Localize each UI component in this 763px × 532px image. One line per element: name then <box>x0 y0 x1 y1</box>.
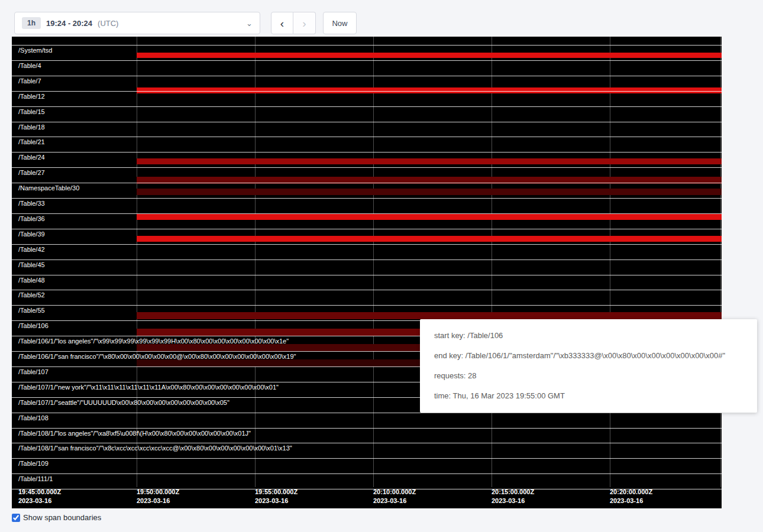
span-label[interactable]: /Table/15 <box>18 108 45 116</box>
time-range-dropdown[interactable]: 1h 19:24 - 20:24 (UTC) ⌄ <box>14 12 260 34</box>
span-boundary <box>12 106 722 107</box>
time-axis-label: 20:10:00.000Z2023-03-16 <box>373 488 416 505</box>
span-boundary <box>12 290 722 290</box>
span-label[interactable]: /Table/24 <box>18 154 45 161</box>
span-label[interactable]: /Table/52 <box>18 291 45 299</box>
span-boundary <box>12 137 722 137</box>
span-label[interactable]: /Table/39 <box>18 231 45 238</box>
span-boundary <box>12 213 722 214</box>
span-label[interactable]: /Table/106/1/"los angeles"/"\x99\x99\x99… <box>18 338 289 345</box>
time-axis-label: 19:45:00.000Z2023-03-16 <box>18 488 61 505</box>
next-range-button[interactable]: › <box>293 12 316 34</box>
time-gridline <box>137 37 137 487</box>
span-label[interactable]: /Table/107/1/"seattle"/"UUUUUUD\x00\x80\… <box>18 399 229 407</box>
hot-span-band[interactable] <box>137 312 722 319</box>
show-span-boundaries: Show span boundaries <box>12 513 101 522</box>
span-boundary <box>12 473 722 474</box>
span-label[interactable]: /Table/109 <box>18 460 49 468</box>
span-boundary <box>12 428 722 429</box>
span-boundary <box>12 443 722 443</box>
span-label[interactable]: /Table/27 <box>18 169 45 177</box>
span-label[interactable]: /Table/107/1/"new york"/"\x11\x11\x11\x1… <box>18 384 279 391</box>
time-axis-label: 19:55:00.000Z2023-03-16 <box>255 488 298 505</box>
hot-span-band[interactable] <box>137 53 722 58</box>
span-boundary <box>12 244 722 245</box>
tooltip-line: start key: /Table/106 <box>434 331 743 340</box>
tooltip-line: requests: 28 <box>434 371 743 381</box>
span-boundary <box>12 45 722 46</box>
time-gridline <box>492 37 492 487</box>
span-label[interactable]: /NamespaceTable/30 <box>18 184 79 192</box>
span-boundary <box>12 198 722 199</box>
time-axis-label: 20:15:00.000Z2023-03-16 <box>492 488 534 505</box>
span-label[interactable]: /Table/106/1/"san francisco"/"\x80\x00\x… <box>18 353 296 361</box>
chevron-down-icon: ⌄ <box>246 20 253 27</box>
show-span-boundaries-label: Show span boundaries <box>23 513 101 522</box>
span-label[interactable]: /Table/108/1/"los angeles"/"\xa8\xf5\u00… <box>18 430 251 437</box>
span-label[interactable]: /Table/55 <box>18 307 45 314</box>
span-boundary <box>12 458 722 459</box>
span-boundary <box>12 76 722 76</box>
span-boundary <box>12 259 722 260</box>
span-label[interactable]: /Table/106 <box>18 322 49 330</box>
span-label[interactable]: /System/tsd <box>18 47 52 54</box>
tooltip-line: end key: /Table/106/1/"amsterdam"/"\xb33… <box>434 351 743 361</box>
span-label[interactable]: /Table/21 <box>18 138 45 146</box>
time-gridline <box>610 37 610 487</box>
span-label[interactable]: /Table/111/1 <box>18 475 53 483</box>
span-boundary <box>12 305 722 306</box>
range-arrows: ‹ › <box>271 12 316 34</box>
span-boundary <box>12 229 722 229</box>
span-label[interactable]: /Table/7 <box>18 77 41 85</box>
prev-range-button[interactable]: ‹ <box>271 12 293 34</box>
time-range-label: 19:24 - 20:24 <box>46 19 92 28</box>
span-boundary <box>12 167 722 168</box>
span-label[interactable]: /Table/42 <box>18 246 45 254</box>
hot-span-band[interactable] <box>137 189 722 195</box>
time-gridline <box>720 37 721 487</box>
span-tooltip: start key: /Table/106end key: /Table/106… <box>420 319 757 413</box>
time-axis-label: 20:20:00.000Z2023-03-16 <box>610 488 652 505</box>
now-button[interactable]: Now <box>323 12 357 34</box>
span-label[interactable]: /Table/108 <box>18 414 49 422</box>
show-span-boundaries-checkbox[interactable] <box>12 514 20 522</box>
hot-span-band[interactable] <box>137 236 722 242</box>
span-label[interactable]: /Table/48 <box>18 277 45 284</box>
span-label[interactable]: /Table/107 <box>18 368 49 376</box>
span-boundary <box>12 152 722 153</box>
duration-badge: 1h <box>22 17 41 29</box>
time-gridline <box>373 37 374 487</box>
toolbar: 1h 19:24 - 20:24 (UTC) ⌄ ‹ › Now <box>14 12 357 34</box>
span-label[interactable]: /Table/108/1/"san francisco"/"\x8c\xcc\x… <box>18 445 292 452</box>
span-label[interactable]: /Table/36 <box>18 215 45 223</box>
hot-span-band[interactable] <box>137 214 722 220</box>
span-label[interactable]: /Table/18 <box>18 124 45 131</box>
tooltip-line: time: Thu, 16 Mar 2023 19:55:00 GMT <box>434 391 743 401</box>
time-gridline <box>255 37 256 487</box>
time-axis-label: 19:50:00.000Z2023-03-16 <box>137 488 179 505</box>
span-boundary <box>12 183 722 183</box>
span-boundary <box>12 122 722 122</box>
span-boundary <box>12 60 722 61</box>
span-boundary <box>12 275 722 275</box>
span-label[interactable]: /Table/33 <box>18 200 45 207</box>
timezone-label: (UTC) <box>98 19 118 28</box>
span-label[interactable]: /Table/4 <box>18 62 41 70</box>
hot-span-band[interactable] <box>137 158 722 164</box>
span-label[interactable]: /Table/45 <box>18 261 45 269</box>
span-boundary <box>12 91 722 92</box>
span-label[interactable]: /Table/12 <box>18 93 45 100</box>
keyviz-canvas[interactable]: /System/tsd/Table/4/Table/7/Table/12/Tab… <box>12 37 722 508</box>
